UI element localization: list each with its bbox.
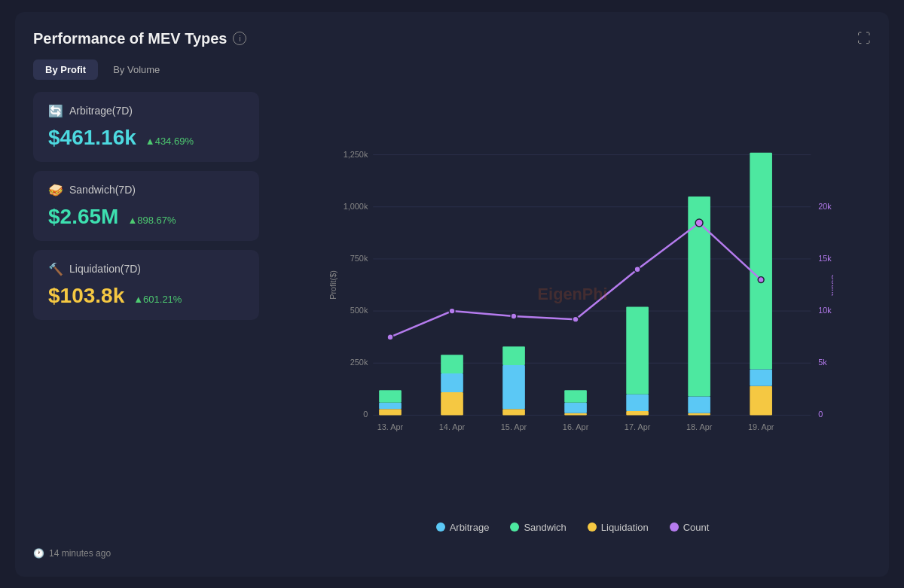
legend-liquidation: Liquidation [588, 522, 649, 533]
header: Performance of MEV Types i ⛶ [33, 30, 871, 47]
legend-count: Count [670, 522, 710, 533]
expand-icon[interactable]: ⛶ [857, 31, 871, 47]
svg-rect-30 [564, 390, 587, 403]
svg-point-42 [511, 313, 517, 319]
chart-area: 0 250k 500k 750k 1,000k 1,250k Profit($)… [274, 92, 871, 516]
arbitrage-label: 🔄 Arbitrage(7D) [48, 104, 244, 118]
sandwich-amount: $2.65M [48, 205, 118, 229]
arbitrage-icon: 🔄 [48, 104, 63, 118]
right-panel: 0 250k 500k 750k 1,000k 1,250k Profit($)… [274, 92, 871, 533]
page-title: Performance of MEV Types [33, 30, 227, 47]
svg-rect-37 [750, 385, 772, 415]
svg-rect-29 [564, 402, 587, 413]
svg-rect-21 [379, 390, 402, 403]
info-icon[interactable]: i [233, 32, 246, 45]
svg-rect-28 [564, 413, 587, 415]
legend-sandwich: Sandwich [510, 522, 566, 533]
svg-rect-24 [441, 355, 463, 373]
bar-group-1 [441, 355, 463, 415]
svg-text:EigenPhi: EigenPhi [538, 285, 608, 303]
svg-text:1,000k: 1,000k [344, 201, 368, 210]
footer: 🕐 14 minutes ago [33, 548, 871, 559]
svg-text:19. Apr: 19. Apr [748, 422, 774, 431]
chart-legend: Arbitrage Sandwich Liquidation Count [274, 522, 871, 533]
svg-text:500k: 500k [350, 306, 368, 315]
svg-text:20k: 20k [818, 201, 832, 210]
main-card: Performance of MEV Types i ⛶ By Profit B… [15, 12, 889, 577]
svg-rect-22 [441, 392, 463, 415]
arbitrage-amount: $461.16k [48, 126, 136, 150]
tab-by-profit[interactable]: By Profit [33, 59, 98, 80]
svg-point-40 [387, 334, 393, 340]
svg-rect-33 [626, 306, 649, 394]
bar-group-2 [502, 346, 525, 415]
svg-text:15. Apr: 15. Apr [501, 422, 527, 431]
svg-text:16. Apr: 16. Apr [563, 422, 589, 431]
svg-rect-31 [626, 410, 649, 415]
svg-rect-38 [750, 369, 772, 385]
legend-dot-sandwich [510, 522, 519, 532]
bar-group-3 [564, 390, 587, 415]
svg-point-45 [695, 219, 703, 227]
title-group: Performance of MEV Types i [33, 30, 246, 47]
clock-icon: 🕐 [33, 548, 44, 559]
legend-dot-arbitrage [436, 522, 445, 532]
chart-svg: 0 250k 500k 750k 1,000k 1,250k Profit($)… [327, 99, 833, 471]
bar-group-6 [750, 152, 772, 415]
liquidation-card: 🔨 Liquidation(7D) $103.8k ▲601.21% [33, 250, 259, 320]
liquidation-change: ▲601.21% [133, 294, 182, 305]
svg-point-41 [449, 308, 455, 314]
svg-text:14. Apr: 14. Apr [439, 422, 466, 431]
svg-point-43 [573, 316, 579, 322]
svg-text:5k: 5k [818, 358, 827, 367]
svg-rect-35 [688, 396, 710, 413]
arbitrage-card: 🔄 Arbitrage(7D) $461.16k ▲434.69% [33, 92, 259, 162]
sandwich-label: 🥪 Sandwich(7D) [48, 183, 244, 197]
svg-text:13. Apr: 13. Apr [377, 422, 404, 431]
liquidation-amount: $103.8k [48, 284, 124, 308]
svg-text:Profit($): Profit($) [328, 270, 337, 300]
sandwich-icon: 🥪 [48, 183, 63, 197]
sandwich-card: 🥪 Sandwich(7D) $2.65M ▲898.67% [33, 171, 259, 241]
main-content: 🔄 Arbitrage(7D) $461.16k ▲434.69% 🥪 Sand… [33, 92, 871, 533]
svg-rect-39 [750, 152, 772, 369]
timestamp: 14 minutes ago [49, 548, 111, 559]
svg-text:10k: 10k [818, 306, 832, 315]
svg-text:15k: 15k [818, 253, 832, 262]
svg-point-46 [758, 276, 764, 282]
svg-rect-23 [441, 373, 463, 392]
svg-text:0: 0 [818, 410, 823, 419]
liquidation-icon: 🔨 [48, 262, 63, 276]
sandwich-values: $2.65M ▲898.67% [48, 205, 244, 229]
liquidation-label: 🔨 Liquidation(7D) [48, 262, 244, 276]
svg-rect-34 [688, 413, 710, 415]
legend-arbitrage: Arbitrage [436, 522, 490, 533]
bar-group-4 [626, 306, 649, 415]
svg-text:18. Apr: 18. Apr [686, 422, 713, 431]
svg-rect-26 [502, 365, 525, 409]
arbitrage-values: $461.16k ▲434.69% [48, 126, 244, 150]
svg-rect-27 [502, 346, 525, 365]
arbitrage-change: ▲434.69% [145, 136, 194, 147]
bar-group-0 [379, 390, 402, 415]
svg-point-44 [634, 266, 640, 272]
svg-rect-25 [502, 409, 525, 415]
svg-text:1,250k: 1,250k [344, 149, 368, 158]
legend-dot-liquidation [588, 522, 597, 532]
tab-group: By Profit By Volume [33, 59, 871, 80]
svg-text:750k: 750k [350, 253, 368, 262]
liquidation-values: $103.8k ▲601.21% [48, 284, 244, 308]
svg-text:250k: 250k [350, 358, 368, 367]
svg-text:0: 0 [363, 410, 368, 419]
sandwich-change: ▲898.67% [127, 215, 176, 226]
svg-rect-20 [379, 402, 402, 408]
svg-rect-32 [626, 394, 649, 410]
svg-text:17. Apr: 17. Apr [625, 422, 651, 431]
left-panel: 🔄 Arbitrage(7D) $461.16k ▲434.69% 🥪 Sand… [33, 92, 259, 533]
svg-text:Count: Count [830, 274, 833, 296]
tab-by-volume[interactable]: By Volume [101, 59, 172, 80]
legend-dot-count [670, 522, 679, 532]
svg-rect-19 [379, 409, 402, 415]
